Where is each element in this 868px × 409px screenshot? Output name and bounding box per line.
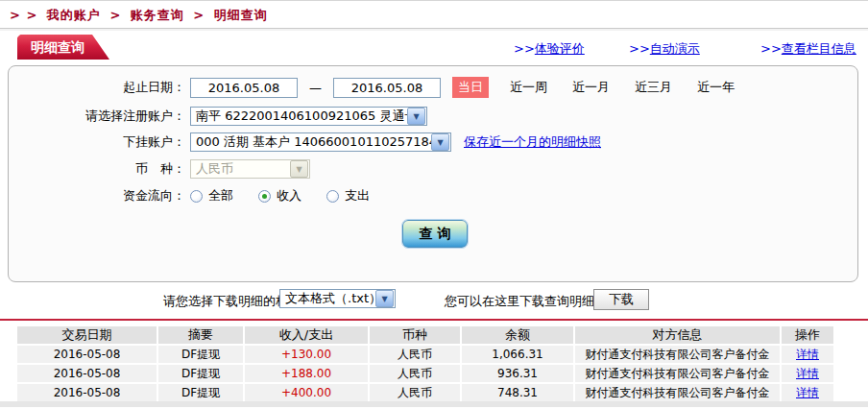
currency-label: 币 种： bbox=[9, 160, 185, 178]
download-format-value: 文本格式（.txt） bbox=[280, 290, 375, 307]
breadcrumb-item-account-query[interactable]: 账务查询 bbox=[131, 8, 184, 22]
cell-date: 2016-05-08 bbox=[17, 346, 157, 363]
cell-balance: 1,066.31 bbox=[462, 346, 573, 363]
currency-select: 人民币 ▼ bbox=[190, 159, 310, 179]
link-auto-demo[interactable]: >>自动演示 bbox=[629, 40, 700, 58]
cell-date: 2016-05-08 bbox=[17, 365, 157, 382]
detail-link[interactable]: 详情 bbox=[796, 367, 819, 380]
cell-currency: 人民币 bbox=[370, 365, 460, 382]
cell-counterparty: 财付通支付科技有限公司客户备付金 bbox=[575, 365, 780, 382]
double-arrow-icon: >> bbox=[629, 41, 650, 56]
currency-value: 人民币 bbox=[191, 160, 238, 178]
breadcrumb-item-detail-query[interactable]: 明细查询 bbox=[214, 8, 268, 22]
date-to-input[interactable] bbox=[333, 78, 441, 98]
breadcrumb-prefix-icon: > > bbox=[10, 8, 37, 22]
col-header-currency: 币种 bbox=[370, 326, 460, 344]
fund-flow-label: 资金流向： bbox=[9, 187, 185, 204]
chevron-down-icon[interactable]: ▼ bbox=[431, 133, 449, 151]
section-divider-red bbox=[0, 319, 868, 321]
currency-row: 币 种： 人民币 ▼ bbox=[9, 158, 857, 180]
table-row: 2016-05-08 DF提现 +188.00 人民币 936.31 财付通支付… bbox=[17, 365, 833, 382]
col-header-counterparty: 对方信息 bbox=[575, 326, 780, 344]
radio-unchecked-icon bbox=[326, 190, 339, 203]
cell-currency: 人民币 bbox=[370, 384, 460, 401]
flow-option-expense-label: 支出 bbox=[345, 187, 370, 204]
date-range-label: 起止日期： bbox=[9, 79, 185, 96]
chevron-down-icon: ▼ bbox=[290, 160, 308, 178]
col-header-balance: 余额 bbox=[462, 326, 573, 344]
link-experience-review[interactable]: >>体验评价 bbox=[514, 40, 585, 58]
flow-option-all[interactable]: 全部 bbox=[190, 187, 233, 204]
date-separator: — bbox=[309, 81, 322, 95]
breadcrumb-item-my-account[interactable]: 我的账户 bbox=[47, 8, 101, 22]
table-footer-bar bbox=[0, 401, 868, 407]
registered-account-select[interactable]: 南平 6222001406100921065 灵通卡 ▼ bbox=[190, 107, 427, 126]
range-today-button[interactable]: 当日 bbox=[452, 77, 489, 98]
range-month-button[interactable]: 近一月 bbox=[572, 79, 610, 96]
transactions-table: 交易日期 摘要 收入/支出 币种 余额 对方信息 操作 2016-05-08 D… bbox=[17, 326, 833, 403]
tab-detail-query[interactable]: 明细查询 bbox=[17, 35, 109, 60]
date-range-row: 起止日期： — 当日 近一周 近一月 近三月 近一年 bbox=[9, 77, 857, 98]
cell-amount: +400.00 bbox=[245, 384, 368, 401]
download-format-select[interactable]: 文本格式（.txt） ▼ bbox=[279, 289, 396, 308]
download-row: 请您选择下载明细的格式 文本格式（.txt） ▼ 您可以在这里下载查询明细结果 … bbox=[0, 288, 868, 313]
cell-date: 2016-05-08 bbox=[17, 384, 157, 401]
col-header-action: 操作 bbox=[782, 326, 833, 344]
top-hairline bbox=[0, 0, 868, 1]
cell-counterparty: 财付通支付科技有限公司客户备付金 bbox=[575, 346, 780, 363]
fund-flow-row: 资金流向： 全部 收入 支出 bbox=[9, 185, 857, 206]
detail-query-page: > > 我的账户 > 账务查询 > 明细查询 明细查询 >>体验评价 >>自动演… bbox=[0, 0, 868, 409]
cell-summary: DF提现 bbox=[158, 346, 243, 363]
double-arrow-icon: >> bbox=[760, 41, 782, 56]
chevron-down-icon[interactable]: ▼ bbox=[375, 290, 394, 307]
flow-option-income[interactable]: 收入 bbox=[258, 187, 301, 204]
cell-balance: 748.31 bbox=[462, 384, 573, 401]
cell-amount: +188.00 bbox=[245, 365, 368, 382]
date-from-input[interactable] bbox=[190, 78, 298, 98]
table-header-row: 交易日期 摘要 收入/支出 币种 余额 对方信息 操作 bbox=[17, 326, 833, 344]
save-monthly-snapshot-link[interactable]: 保存近一个月的明细快照 bbox=[464, 133, 601, 151]
cell-counterparty: 财付通支付科技有限公司客户备付金 bbox=[575, 384, 780, 401]
table-row: 2016-05-08 DF提现 +400.00 人民币 748.31 财付通支付… bbox=[17, 384, 833, 401]
col-header-date: 交易日期 bbox=[17, 326, 157, 344]
table-row: 2016-05-08 DF提现 +130.00 人民币 1,066.31 财付通… bbox=[17, 346, 833, 363]
chevron-down-icon[interactable]: ▼ bbox=[407, 108, 425, 125]
registered-account-row: 请选择注册账户： 南平 6222001406100921065 灵通卡 ▼ bbox=[9, 106, 857, 127]
col-header-amount: 收入/支出 bbox=[245, 326, 368, 344]
download-button[interactable]: 下载 bbox=[593, 289, 649, 310]
breadcrumb: > > 我的账户 > 账务查询 > 明细查询 bbox=[10, 7, 272, 24]
link-view-column-info[interactable]: >>查看栏目信息 bbox=[760, 40, 856, 58]
sub-account-row: 下挂账户： 000 活期 基本户 1406600101102571848 ▼ 保… bbox=[9, 132, 857, 153]
range-year-button[interactable]: 近一年 bbox=[697, 79, 735, 96]
query-button[interactable]: 查 询 bbox=[402, 220, 468, 248]
cell-currency: 人民币 bbox=[370, 346, 460, 363]
cell-summary: DF提现 bbox=[158, 365, 243, 382]
breadcrumb-separator: > bbox=[193, 8, 205, 22]
radio-unchecked-icon bbox=[190, 190, 203, 203]
flow-option-income-label: 收入 bbox=[277, 187, 301, 204]
sub-account-label: 下挂账户： bbox=[9, 133, 185, 151]
breadcrumb-separator: > bbox=[109, 8, 121, 22]
col-header-summary: 摘要 bbox=[158, 326, 243, 344]
registered-account-value: 南平 6222001406100921065 灵通卡 bbox=[191, 108, 407, 125]
registered-account-label: 请选择注册账户： bbox=[9, 108, 185, 125]
detail-link[interactable]: 详情 bbox=[796, 386, 819, 399]
cell-balance: 936.31 bbox=[462, 365, 573, 382]
sub-account-value: 000 活期 基本户 1406600101102571848 bbox=[191, 133, 431, 151]
cell-amount: +130.00 bbox=[245, 346, 368, 363]
detail-link[interactable]: 详情 bbox=[796, 348, 819, 361]
header-divider bbox=[0, 28, 868, 31]
radio-checked-icon bbox=[258, 190, 271, 203]
double-arrow-icon: >> bbox=[514, 41, 535, 56]
range-quarter-button[interactable]: 近三月 bbox=[635, 79, 672, 96]
range-week-button[interactable]: 近一周 bbox=[510, 79, 547, 96]
flow-option-all-label: 全部 bbox=[208, 187, 233, 204]
sub-account-select[interactable]: 000 活期 基本户 1406600101102571848 ▼ bbox=[190, 132, 451, 152]
flow-option-expense[interactable]: 支出 bbox=[326, 187, 370, 204]
query-form: 起止日期： — 当日 近一周 近一月 近三月 近一年 请选择注册账户： 南平 6… bbox=[8, 65, 858, 282]
cell-summary: DF提现 bbox=[158, 384, 243, 401]
